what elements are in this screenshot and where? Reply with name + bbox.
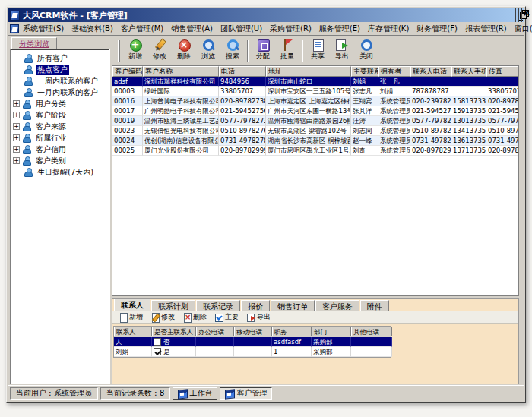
assign-button[interactable]: 分配 [251,38,275,63]
menu-item[interactable]: 窗口(W) [511,23,532,35]
tree-item[interactable]: +客户信用 [11,144,109,155]
close-button[interactable]: 关闭 [354,38,378,63]
table-cell: 00024 [112,136,143,146]
menu-item[interactable]: 基础资料(B) [68,23,117,35]
menu-item[interactable]: 库存管理(K) [364,23,413,35]
detail-new-doc-button[interactable]: 新增 [116,311,146,323]
checkbox-icon[interactable] [154,338,161,346]
column-header[interactable]: 其他电话 [351,327,392,336]
column-header[interactable]: 部门 [312,327,351,336]
sidebar-tab-category-browse[interactable]: 分类浏览 [11,37,57,49]
tree-item[interactable]: +客户类别 [11,155,109,166]
column-header[interactable]: 客户编码 [112,66,143,77]
column-header[interactable]: 传真 [486,66,518,77]
detail-edit-small-button[interactable]: 修改 [147,311,178,323]
person-icon [24,65,33,74]
table-row[interactable]: 00019温州市瓯海三绣诚星工艺品厂0577-79782734温州市瓯海辖由南路… [112,116,518,126]
tree-item[interactable]: 一周内联系的客户 [11,75,109,87]
delete-button[interactable]: 删除 [172,38,196,63]
table-row[interactable]: 00025厦门光业股份有限公司020-89782999厦门市思明区禹光工业区1号… [112,146,518,156]
export-button[interactable]: 导出 [330,38,354,63]
column-header[interactable]: 拥有者 [378,66,410,77]
table-cell: 0731-49782788 [219,136,266,146]
column-header[interactable]: 联系人电话 [410,66,451,77]
table-cell: 15813733423 [451,96,486,106]
minimize-button[interactable] [515,8,516,24]
tree-item[interactable]: 热点客户 [11,64,109,75]
taskbar-button[interactable]: 工作台 [173,387,217,400]
column-header[interactable]: 办公电话 [196,327,234,336]
tree-item[interactable]: +用户分类 [11,98,109,109]
table-row[interactable]: 00024优创(湖南)信息设备有限公司0731-49782788湖南省长沙市高新… [112,136,518,146]
table-cell: 00025 [112,146,143,156]
detail-export-small-button[interactable]: 导出 [243,311,274,323]
close-button[interactable] [521,8,522,24]
customer-table-header: 客户编码客户名称电话地址主要联系人拥有者联系人电话联系人手机传真 [112,66,518,77]
table-row[interactable]: 00023无锡倍恒光电科技有限公司0510-89782767无锡市高湖区 梁睿路… [112,126,518,136]
tree-item[interactable]: 一月内联系的客户 [11,87,109,98]
menu-item[interactable]: 财务管理(F) [413,23,461,35]
menu-item[interactable]: 采购管理(R) [266,23,315,35]
detail-tab[interactable]: 客户服务 [315,300,359,311]
column-header[interactable]: 客户名称 [143,66,219,77]
detail-tab[interactable]: 销售订单 [271,300,315,311]
table-row[interactable]: 00016上海普博电子科技有限公司020-89782738上海市嘉定区 上海嘉定… [112,96,518,106]
table-row[interactable]: 刘娟是1采购部 [114,347,391,357]
menu-item[interactable]: 系统管理(S) [19,23,68,35]
batch-button[interactable]: 批量 [275,38,299,63]
expand-icon[interactable]: + [13,123,20,130]
column-header[interactable]: 是否主联系人 [152,327,196,336]
menu-item[interactable]: 报表管理(R) [461,23,511,35]
detail-delete-small-button[interactable]: 删除 [179,311,210,323]
browse-button[interactable]: 浏览 [196,38,220,63]
detail-tab[interactable]: 联系计划 [151,300,195,311]
menu-item[interactable]: 服务管理(E) [315,23,364,35]
column-header[interactable]: 联系人手机 [451,66,486,77]
main-toolbar: 新增修改删除浏览搜索分配批量共享导出关闭 [112,36,519,65]
menu-item[interactable]: 销售管理(A) [167,23,217,35]
expand-icon[interactable]: + [13,112,20,118]
table-row[interactable]: 00003绿叶国际33805707深圳市宝安区一三五路105号张志凡刘娟7878… [112,87,518,96]
table-cell [351,337,392,347]
column-header[interactable]: 职务 [272,327,312,336]
column-header[interactable]: 地址 [266,66,351,77]
table-cell: 020-89782999- [410,146,451,156]
expand-icon[interactable]: + [13,146,20,153]
expand-icon[interactable]: + [13,157,20,164]
column-header[interactable]: 电话 [219,66,266,77]
tree-item[interactable]: +客户来源 [11,121,109,132]
tree-item[interactable]: +客户阶段 [11,109,109,121]
table-cell: 系统管理员 [378,146,410,156]
menu-item[interactable]: 团队管理(U) [217,23,266,35]
share-button[interactable]: 共享 [306,38,330,63]
child-window-icon[interactable] [10,24,19,33]
search-button[interactable]: 搜索 [220,38,245,63]
detail-primary-check-button[interactable]: 主要 [211,311,242,323]
expand-icon[interactable]: + [13,134,20,141]
edit-button[interactable]: 修改 [147,38,172,63]
status-current-user: 当前用户：系统管理员 [10,387,98,400]
table-cell: 湖南省长沙市高新区 桐梓坡西路229号麓谷国际工 [266,136,351,146]
detail-tab[interactable]: 附件 [360,300,389,311]
column-header[interactable]: 联系人 [114,327,152,336]
table-cell: 系统管理员 [378,136,410,146]
menu-item[interactable]: 客户管理(M) [117,23,167,35]
taskbar-button[interactable]: 客户管理 [220,387,272,400]
checkbox-icon[interactable] [154,348,161,355]
expand-icon[interactable]: + [13,100,20,107]
detail-tab[interactable]: 联系人 [114,299,150,311]
detail-tab[interactable]: 报价 [241,300,270,311]
tree-item[interactable]: 所有客户 [11,52,109,64]
tree-item[interactable]: 生日提醒(7天内) [11,166,109,178]
table-cell: 刘娟 [114,347,152,357]
tree-item[interactable]: +所属行业 [11,132,109,144]
table-row[interactable]: 00017广州明皓电子科技有限公司021-59452756广州市天河区东圃一横路… [112,106,518,116]
column-header[interactable]: 移动电话 [234,327,272,336]
column-header[interactable]: 主要联系人 [351,66,378,77]
table-row[interactable]: adsf深圳市瑞祥科技有限公司9484956深圳市南山蛇口刘娟张一凡 [112,77,518,87]
person-icon [23,100,31,109]
restore-button[interactable] [518,8,519,24]
table-row[interactable]: 人否asdfasdf采购部 [114,337,391,347]
detail-tab[interactable]: 联系记录 [196,300,240,311]
add-button[interactable]: 新增 [123,38,147,63]
